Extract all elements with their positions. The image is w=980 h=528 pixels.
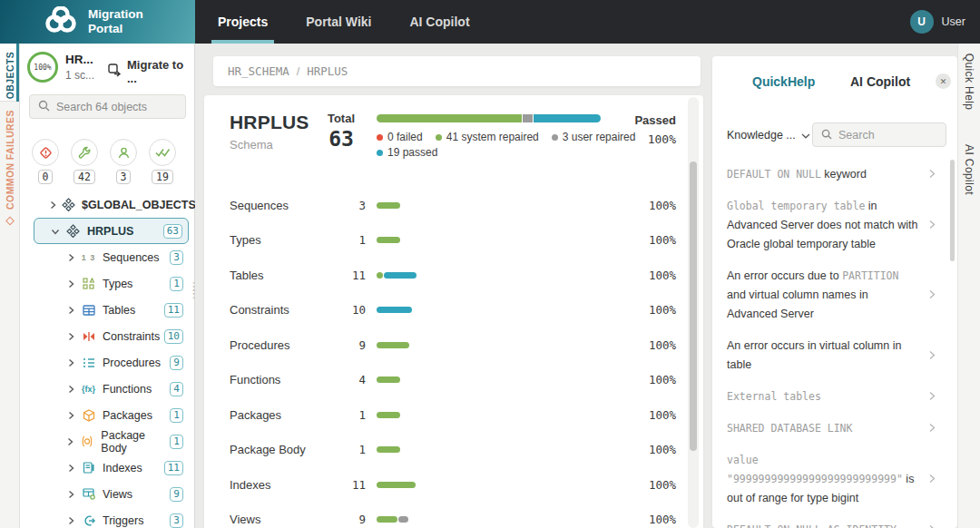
chevron-right-icon[interactable] [929,220,936,230]
tree-item-label: Procedures [103,357,161,369]
counter-double-check[interactable]: 19 [146,139,179,184]
drag-handle-icon[interactable]: ⋮⋮ [188,283,200,298]
chevron-right-icon[interactable] [66,358,75,367]
right-rail-tab-ai-copilot[interactable]: AI Copilot [963,144,975,195]
counters: 042319 [29,139,179,184]
quickhelp-item-3[interactable]: An error occurs due to PARTITION and vir… [727,259,936,329]
object-row-views[interactable]: Views9100% [204,503,676,528]
quickhelp-item-1[interactable]: DEFAULT ON NULL keyword [727,158,936,190]
left-rail-tab-common-failures[interactable]: COMMON FAILURES [5,110,15,210]
breadcrumb-item-hr-schema[interactable]: HR_SCHEMA [228,64,289,78]
counter-wrench[interactable]: 42 [68,139,101,184]
count-badge: 63 [163,224,182,239]
object-row-constraints[interactable]: Constraints10100% [204,293,676,328]
header-tab-portal-wiki[interactable]: Portal Wiki [306,0,371,44]
chevron-right-icon[interactable] [66,437,74,446]
object-search-input[interactable]: Search 64 objects [29,94,186,119]
tab-quickhelp[interactable]: QuickHelp [752,74,815,89]
tree-item-indexes[interactable]: Indexes11 [20,455,195,481]
right-rail-tab-quick-help[interactable]: Quick Help [963,54,975,111]
quickhelp-item-8[interactable]: DEFAULT ON NULL AS IDENTITY [727,513,936,528]
plain-text: keyword [821,168,867,181]
tree-item-label: Functions [103,383,152,396]
chevron-right-icon[interactable] [929,289,936,299]
object-row-packages[interactable]: Packages1100% [204,397,676,433]
legend-line-2: 19 passed [377,146,437,159]
person-icon [110,139,137,166]
object-row-types[interactable]: Types1100% [204,223,676,259]
chevron-down-icon[interactable] [51,227,60,236]
knowledge-dropdown-label: Knowledge ... [727,129,796,142]
chevron-right-icon[interactable] [66,385,75,394]
object-row-functions[interactable]: Functions4100% [204,363,676,398]
chevron-right-icon[interactable] [66,253,75,262]
tree-item-constraints[interactable]: Constraints10 [20,323,195,349]
object-row-procedures[interactable]: Procedures9100% [204,328,676,363]
main-scrollbar-thumb[interactable] [690,161,697,451]
object-row-tables[interactable]: Tables11100% [204,258,676,293]
object-row-bar [377,342,409,348]
close-icon[interactable]: ✕ [936,73,951,89]
tab-ai-copilot[interactable]: AI Copilot [850,74,910,89]
chevron-right-icon[interactable] [929,474,936,484]
chevron-right-icon[interactable] [66,464,75,473]
quickhelp-search-input[interactable]: Search [812,122,946,147]
chevron-right-icon[interactable] [929,169,936,179]
chevron-right-icon[interactable] [66,279,75,288]
tree-item-functions[interactable]: {fx}Functions4 [20,376,195,402]
tree-item-sequences[interactable]: 1 3Sequences3 [20,244,195,270]
object-row-name: Functions [230,373,329,386]
chevron-right-icon[interactable] [929,350,936,360]
chevron-right-icon[interactable] [66,306,75,315]
chevron-right-icon[interactable] [50,200,56,210]
quickhelp-item-6[interactable]: SHARED DATABASE LINK [727,412,936,444]
quickhelp-item-5[interactable]: External tables [727,380,936,412]
chevron-right-icon[interactable] [66,332,75,341]
tree-item-types[interactable]: Types1 [20,270,195,297]
header-tab-projects[interactable]: Projects [218,0,268,44]
counter-failed[interactable]: 0 [29,139,62,184]
quickhelp-item-4[interactable]: An error occurs in virtual column in tab… [727,329,936,380]
header-tab-ai-copilot[interactable]: AI Copilot [409,0,469,44]
knowledge-dropdown[interactable]: Knowledge ... [727,129,810,142]
chevron-right-icon[interactable] [66,490,75,499]
legend-item-system_repaired: 41 system repaired [436,131,539,143]
tree-item-label: Types [103,278,132,290]
bar-segment-system_repaired [377,376,400,383]
left-rail-tab-objects[interactable]: OBJECTS [5,52,15,99]
migrate-button[interactable]: Migrate to ... [108,58,194,85]
count-badge: 1 [170,408,183,423]
plain-text: An error occurs in virtual column in tab… [727,339,901,371]
quickhelp-scrollbar-thumb[interactable] [950,160,955,261]
object-row-bar [377,516,408,523]
quickhelp-item-2[interactable]: Global temporary table in Advanced Serve… [727,190,936,259]
object-row-package-body[interactable]: Package Body1100% [204,433,676,468]
tree-item-tables[interactable]: Tables11 [20,297,195,323]
object-row-bar [377,237,400,243]
brand[interactable]: Migration Portal [0,0,195,44]
tree-item-package-body[interactable]: Package Body1 [20,428,195,455]
chevron-right-icon[interactable] [929,524,936,528]
breadcrumb: HR_SCHEMA/HRPLUS [213,56,701,86]
breadcrumb-item-hrplus[interactable]: HRPLUS [307,64,348,78]
counter-person[interactable]: 3 [107,139,140,184]
page-title: HRPLUS [230,112,309,133]
object-row-indexes[interactable]: Indexes11100% [204,467,676,503]
quickhelp-item-7[interactable]: value "99999999999999999999999999" is ou… [727,444,936,513]
chevron-right-icon[interactable] [929,423,936,433]
tree-item-procedures[interactable]: Procedures9 [20,349,195,376]
chevron-right-icon[interactable] [66,516,75,525]
object-row-bar [377,202,400,209]
tree-item-triggers[interactable]: Triggers3 [20,507,195,528]
chevron-right-icon[interactable] [66,411,75,420]
tree-item-views[interactable]: Views9 [20,481,195,507]
tree-item-global-objects[interactable]: $GLOBAL_OBJECTS1 [20,191,195,218]
user-menu[interactable]: U User [910,0,965,44]
passed-block: Passed 100% [603,113,676,146]
quickhelp-item-text: Global temporary table in Advanced Serve… [727,196,929,253]
object-row-sequences[interactable]: Sequences3100% [204,188,676,223]
tree-item-packages[interactable]: Packages1 [20,402,195,428]
count-badge: 1 [170,435,183,449]
chevron-right-icon[interactable] [929,391,936,401]
tree-item-hrplus[interactable]: HRPLUS63 [34,218,189,244]
